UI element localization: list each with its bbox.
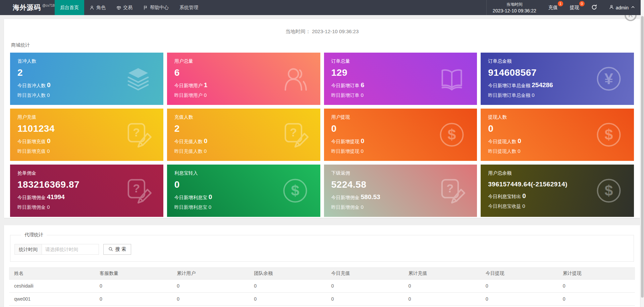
stat-card-order-commission: 抢单佣金183216369.87今日新增佣金41994昨日新增佣金0? [10,165,163,217]
agent-legend: 代理统计 [21,232,47,238]
scales-icon [116,5,121,10]
withdraw-badge: 0 [579,1,585,6]
nav-item-label: 系统管理 [179,5,198,11]
table-cell: qwe001 [9,293,95,306]
table-cell: 0 [326,293,403,306]
refresh-icon [591,4,597,11]
flag-icon [143,5,148,10]
table-cell: 0 [481,306,558,307]
table-cell: 0 [95,306,172,307]
search-button[interactable]: 搜 索 [103,244,131,255]
stat-card-order-amount: 订单总金额914608567今日新增订单总金额254286昨日新增订单总金额0¥ [481,53,634,105]
agent-table-body: ceshidaili0000000qwe00100000001237770000… [9,280,635,307]
nav-item-roles[interactable]: 角色 [84,0,111,15]
username: admin [616,5,629,10]
filter-row: 统计时间 搜 索 [14,244,627,255]
card-title: 利息宝转入 [174,170,320,176]
svg-text:?: ? [290,126,297,139]
yen-icon: ¥ [594,64,623,93]
card-title: 订单总金额 [488,58,634,64]
card-title: 订单总量 [331,58,477,64]
table-cell: 0 [172,280,249,293]
table-cell: 0 [249,280,326,293]
chevron-up-icon [631,5,635,10]
card-title: 下级返佣 [331,170,477,176]
stat-card-withdraw-users: 提现人数0今日提现人数0昨日提现人数0$ [481,109,634,161]
stat-card-recharge-users: 充值人数2今日充值人数0昨日充值人数0? [167,109,320,161]
table-cell: 0 [95,280,172,293]
stat-card-first-charge-users: 首冲人数2今日首冲人数0昨日首冲人数0 [10,53,163,105]
nav-item-help[interactable]: 帮助中心 [138,0,174,15]
table-header-cell: 累计提现 [558,268,635,280]
table-cell: 0 [326,306,403,307]
table-header-cell: 今日充值 [326,268,403,280]
svg-text:$: $ [291,182,299,199]
table-row: 1237770000000 [9,306,635,307]
app-logo[interactable]: 海外源码 @cv718 [0,0,55,15]
table-cell: 123777 [9,306,95,307]
doc-icon: ? [124,176,153,205]
search-icon [108,247,113,252]
withdraw-label: 提现 [570,5,579,11]
nav-item-home[interactable]: 后台首页 [55,0,84,15]
nav-item-label: 后台首页 [60,5,79,11]
table-cell: 0 [326,280,403,293]
card-title: 用户充值 [17,114,163,120]
layers-icon [124,64,153,93]
svg-text:¥: ¥ [604,70,613,87]
table-cell: 0 [95,293,172,306]
stat-card-user-recharge: 用户充值1101234今日新增充值0昨日新增充值0? [10,109,163,161]
nav-right: 当地时间 2023-12-10 09:36:22 充值 1 提现 0 admin [486,0,644,15]
svg-text:?: ? [447,182,454,195]
card-title: 用户提现 [331,114,477,120]
table-cell: 0 [404,280,481,293]
table-header-cell: 累计充值 [404,268,481,280]
recharge-button[interactable]: 充值 1 [542,0,564,15]
page-local-time-value: 2023-12-10 09:36:23 [312,28,359,34]
table-cell: 0 [172,293,249,306]
section-title: 商城统计 [11,42,640,48]
withdraw-button[interactable]: 提现 0 [564,0,585,15]
top-navbar: 海外源码 @cv718 后台首页角色交易帮助中心系统管理 当地时间 2023-1… [0,0,644,15]
book-icon [437,64,466,93]
table-header-cell: 姓名 [9,268,95,280]
table-header-cell: 累计用户 [172,268,249,280]
nav-item-label: 交易 [123,5,132,11]
nav-menu: 后台首页角色交易帮助中心系统管理 [55,0,204,15]
app-title: 海外源码 [13,3,41,12]
card-title: 用户总余额 [488,170,634,176]
local-time-label: 当地时间 [493,1,536,7]
svg-text:?: ? [133,182,140,195]
card-title: 抢单佣金 [17,170,163,176]
table-header-cell: 团队余额 [249,268,326,280]
local-time-value: 2023-12-10 09:36:22 [493,7,536,14]
nav-item-system[interactable]: 系统管理 [174,0,204,15]
refresh-button[interactable] [585,0,603,15]
table-cell: 0 [172,306,249,307]
table-cell: ceshidaili [9,280,95,293]
stat-card-total-orders: 订单总量129今日新增订单6昨日新增订单0 [324,53,477,105]
stat-time-input[interactable] [42,244,99,255]
shop-stats-panel: 当地时间： 2023-12-10 09:36:23 商城统计 首冲人数2今日首冲… [4,19,640,218]
svg-text:$: $ [605,182,613,199]
page-local-time-label: 当地时间： [285,28,311,34]
table-cell: 0 [404,306,481,307]
navbar-local-time: 当地时间 2023-12-10 09:36:22 [486,0,542,15]
table-cell: 0 [558,280,635,293]
page-scrollbar[interactable] [641,0,644,307]
table-cell: 0 [481,293,558,306]
table-header-cell: 客服数量 [95,268,172,280]
agent-table: 姓名客服数量累计用户团队余额今日充值累计充值今日提现累计提现 ceshidail… [9,267,635,307]
page-local-time: 当地时间： 2023-12-10 09:36:23 [4,19,640,35]
recharge-label: 充值 [548,5,558,11]
user-big-icon [281,64,310,93]
agent-table-header-row: 姓名客服数量累计用户团队余额今日充值累计充值今日提现累计提现 [9,268,635,280]
table-cell: 0 [558,306,635,307]
scrollbar-thumb[interactable] [641,16,644,298]
dollar-icon: $ [437,120,466,149]
stat-time-label: 统计时间 [14,244,42,255]
user-menu[interactable]: admin [603,0,644,15]
card-title: 提现人数 [488,114,634,120]
recharge-badge: 1 [558,1,563,6]
nav-item-trade[interactable]: 交易 [111,0,138,15]
